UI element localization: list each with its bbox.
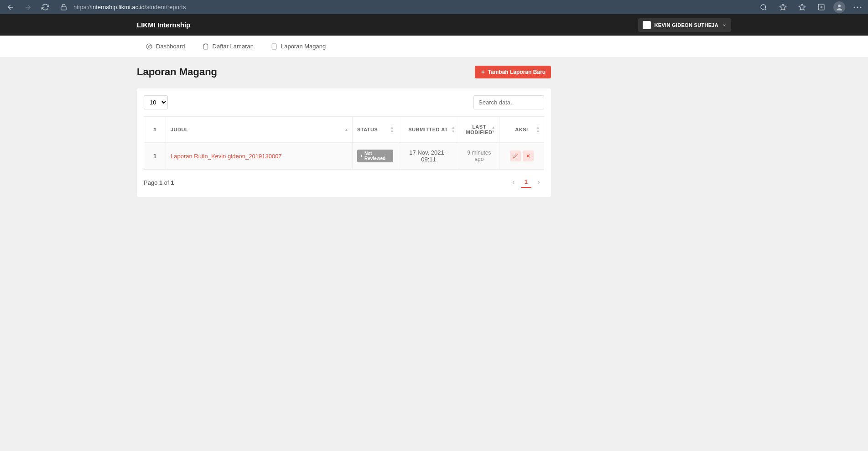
per-page-select[interactable]: 10 bbox=[144, 95, 168, 109]
compass-icon bbox=[146, 43, 152, 50]
pager-prev[interactable] bbox=[508, 177, 519, 188]
tab-label: Daftar Lamaran bbox=[213, 43, 254, 50]
clipboard-icon bbox=[203, 43, 209, 50]
search-input[interactable] bbox=[473, 95, 544, 109]
col-status[interactable]: STATUS▲▼ bbox=[353, 117, 398, 143]
svg-point-5 bbox=[857, 6, 858, 8]
page-info: Page 1 of 1 bbox=[144, 179, 174, 186]
tab-label: Dashboard bbox=[156, 43, 185, 50]
svg-point-1 bbox=[761, 5, 766, 10]
svg-point-7 bbox=[146, 44, 152, 49]
pager-next[interactable] bbox=[533, 177, 544, 188]
page-heading-row: Laporan Magang Tambah Laporan Baru bbox=[0, 57, 868, 88]
reload-button[interactable] bbox=[38, 0, 52, 14]
more-icon[interactable] bbox=[851, 0, 864, 14]
url-path: /student/reports bbox=[145, 4, 186, 10]
app-header: LIKMI Internship KEVIN GIDEON SUTHEJA bbox=[0, 14, 868, 36]
report-link[interactable]: Laporan Rutin_Kevin gideon_2019130007 bbox=[171, 153, 282, 160]
cell-aksi bbox=[499, 143, 544, 170]
collections-icon[interactable] bbox=[814, 0, 828, 14]
profile-avatar[interactable] bbox=[833, 1, 845, 13]
svg-rect-0 bbox=[61, 7, 66, 10]
svg-point-6 bbox=[860, 6, 862, 8]
forward-button[interactable] bbox=[21, 0, 35, 14]
reports-card: 10 # JUDUL▲ STATUS▲▼ SUBMITTED AT▲▼ LAST… bbox=[137, 88, 551, 197]
svg-marker-8 bbox=[148, 45, 151, 47]
pencil-icon bbox=[513, 153, 518, 159]
delete-button[interactable] bbox=[523, 150, 534, 161]
per-page-select-wrap: 10 bbox=[144, 95, 168, 109]
svg-point-4 bbox=[854, 6, 855, 8]
address-bar[interactable]: https://internship.likmi.ac.id/student/r… bbox=[73, 4, 753, 10]
tab-label: Laporan Magang bbox=[281, 43, 326, 50]
back-button[interactable] bbox=[4, 0, 17, 14]
col-judul[interactable]: JUDUL▲ bbox=[166, 117, 353, 143]
tablet-icon bbox=[271, 43, 277, 50]
zoom-icon[interactable] bbox=[757, 0, 770, 14]
cell-judul: Laporan Rutin_Kevin gideon_2019130007 bbox=[166, 143, 353, 170]
add-button-label: Tambah Laporan Baru bbox=[488, 69, 546, 75]
tab-daftar-lamaran[interactable]: Daftar Lamaran bbox=[201, 36, 255, 57]
sort-icon: ▲▼ bbox=[492, 125, 495, 134]
close-icon bbox=[525, 153, 531, 159]
favorites-add-icon[interactable] bbox=[776, 0, 790, 14]
sort-icon: ▲▼ bbox=[390, 125, 394, 134]
url-prefix: https:// bbox=[73, 4, 91, 10]
plus-icon bbox=[480, 69, 486, 75]
cell-num: 1 bbox=[144, 143, 166, 170]
sort-icon: ▲ bbox=[345, 128, 348, 132]
url-domain: internship.likmi.ac.id bbox=[91, 4, 145, 10]
chevron-right-icon bbox=[536, 180, 541, 185]
site-security-icon[interactable] bbox=[60, 4, 67, 10]
pagination: 1 bbox=[508, 177, 544, 188]
col-submitted[interactable]: SUBMITTED AT▲▼ bbox=[398, 117, 459, 143]
sort-icon: ▲▼ bbox=[536, 125, 540, 134]
app-brand[interactable]: LIKMI Internship bbox=[137, 21, 191, 29]
page-title: Laporan Magang bbox=[137, 66, 217, 78]
user-avatar-icon bbox=[643, 21, 651, 29]
hourglass-icon bbox=[360, 154, 363, 158]
chevron-left-icon bbox=[511, 180, 516, 185]
sort-icon: ▲▼ bbox=[452, 125, 455, 134]
svg-rect-9 bbox=[204, 44, 207, 45]
col-num[interactable]: # bbox=[144, 117, 166, 143]
edit-button[interactable] bbox=[510, 150, 521, 161]
tab-dashboard[interactable]: Dashboard bbox=[144, 36, 187, 57]
pager-page-1[interactable]: 1 bbox=[521, 177, 531, 188]
svg-rect-10 bbox=[272, 44, 276, 49]
svg-point-3 bbox=[838, 5, 841, 7]
cell-modified: 9 minutes ago bbox=[459, 143, 499, 170]
reports-table: # JUDUL▲ STATUS▲▼ SUBMITTED AT▲▼ LAST MO… bbox=[144, 116, 544, 170]
table-row: 1 Laporan Rutin_Kevin gideon_2019130007 … bbox=[144, 143, 544, 170]
main-nav: Dashboard Daftar Lamaran Laporan Magang bbox=[0, 36, 868, 57]
favorites-icon[interactable] bbox=[795, 0, 809, 14]
cell-submitted: 17 Nov, 2021 - 09:11 bbox=[398, 143, 459, 170]
col-modified[interactable]: LAST MODIFIED▲▼ bbox=[459, 117, 499, 143]
tab-laporan-magang[interactable]: Laporan Magang bbox=[269, 36, 327, 57]
status-badge: Not Reviewed bbox=[357, 150, 393, 162]
col-aksi[interactable]: AKSI▲▼ bbox=[499, 117, 544, 143]
chevron-down-icon bbox=[722, 23, 727, 27]
user-menu[interactable]: KEVIN GIDEON SUTHEJA bbox=[638, 18, 731, 32]
browser-chrome: https://internship.likmi.ac.id/student/r… bbox=[0, 0, 868, 14]
user-name: KEVIN GIDEON SUTHEJA bbox=[655, 22, 718, 28]
add-report-button[interactable]: Tambah Laporan Baru bbox=[475, 66, 551, 78]
cell-status: Not Reviewed bbox=[353, 143, 398, 170]
